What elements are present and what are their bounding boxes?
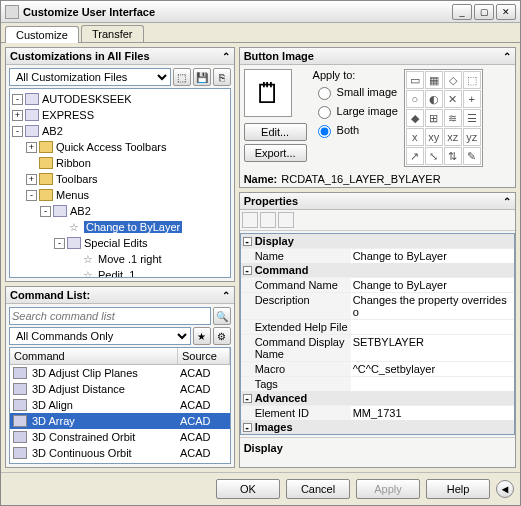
radio-both[interactable]: Both [313, 122, 398, 138]
save-icon[interactable]: 💾 [193, 68, 211, 86]
collapse-icon[interactable]: ⌃ [222, 290, 230, 301]
customizations-header[interactable]: Customizations in All Files ⌃ [6, 48, 234, 65]
icon-palette[interactable]: ▭▦◇⬚○◐✕+◆⊞≋☰xxyxzyz↗⤡⇅✎ [404, 69, 483, 167]
command-row[interactable]: 3D AlignACAD [10, 397, 230, 413]
titlebar[interactable]: Customize User Interface _ ▢ ✕ [1, 1, 520, 23]
edit-button[interactable]: Edit... [244, 123, 307, 141]
search-input[interactable] [9, 307, 211, 325]
properties-header[interactable]: Properties ⌃ [240, 193, 515, 210]
tree-item[interactable]: -Special Edits [12, 235, 228, 251]
prop-row[interactable]: Tags [241, 376, 514, 391]
command-row[interactable]: 3D Constrained OrbitACAD [10, 429, 230, 445]
tree-item[interactable]: ☆Change to ByLayer [12, 219, 228, 235]
app-icon [5, 5, 19, 19]
alphabetical-icon[interactable] [260, 212, 276, 228]
new-command-icon[interactable]: ★ [193, 327, 211, 345]
tree-item[interactable]: -Menus [12, 187, 228, 203]
palette-icon[interactable]: ✎ [463, 147, 481, 165]
palette-icon[interactable]: ○ [406, 90, 424, 108]
prop-category[interactable]: -Advanced [241, 391, 514, 405]
palette-icon[interactable]: ↗ [406, 147, 424, 165]
tree-item[interactable]: +Quick Access Toolbars [12, 139, 228, 155]
palette-icon[interactable]: xz [444, 128, 462, 146]
tree-item[interactable]: ☆Move .1 right [12, 251, 228, 267]
help-button[interactable]: Help [426, 479, 490, 499]
command-filter-select[interactable]: All Commands Only [9, 327, 191, 345]
back-button[interactable]: ◄ [496, 480, 514, 498]
palette-icon[interactable]: x [406, 128, 424, 146]
find-icon[interactable]: ⚙ [213, 327, 231, 345]
palette-icon[interactable]: ▭ [406, 71, 424, 89]
command-row[interactable]: 3D Continuous OrbitACAD [10, 445, 230, 461]
prop-row[interactable]: Extended Help File [241, 319, 514, 334]
prop-category[interactable]: -Images [241, 420, 514, 434]
customization-filter-select[interactable]: All Customization Files [9, 68, 171, 86]
palette-icon[interactable]: ◐ [425, 90, 443, 108]
tree-item[interactable]: Ribbon [12, 155, 228, 171]
command-row[interactable]: 3D Adjust Clip PlanesACAD [10, 365, 230, 381]
prop-category[interactable]: -Display [241, 234, 514, 248]
radio-small[interactable]: Small image [313, 84, 398, 100]
command-row[interactable]: 3D FlyACAD [10, 461, 230, 464]
palette-icon[interactable]: ⇅ [444, 147, 462, 165]
customizations-tree[interactable]: -AUTODESKSEEK+EXPRESS-AB2+Quick Access T… [9, 88, 231, 278]
prop-row[interactable]: Command NameChange to ByLayer [241, 277, 514, 292]
palette-icon[interactable]: ◇ [444, 71, 462, 89]
tree-item[interactable]: +EXPRESS [12, 107, 228, 123]
collapse-icon[interactable]: ⌃ [222, 51, 230, 62]
apply-to-label: Apply to: [313, 69, 398, 81]
close-button[interactable]: ✕ [496, 4, 516, 20]
maximize-button[interactable]: ▢ [474, 4, 494, 20]
palette-icon[interactable]: xy [425, 128, 443, 146]
prop-row[interactable]: Command Display NameSETBYLAYER [241, 334, 514, 361]
properties-title: Properties [244, 195, 298, 207]
search-icon[interactable]: 🔍 [213, 307, 231, 325]
palette-icon[interactable]: ◆ [406, 109, 424, 127]
collapse-icon[interactable]: ⌃ [503, 51, 511, 62]
prop-row[interactable]: Small imageRCDATA_16_LAYER_BYLAYER [241, 434, 514, 435]
command-grid[interactable]: Command Source 3D Adjust Clip PlanesACAD… [9, 347, 231, 464]
properties-grid[interactable]: -DisplayNameChange to ByLayer-CommandCom… [240, 233, 515, 435]
palette-icon[interactable]: ⤡ [425, 147, 443, 165]
tab-transfer[interactable]: Transfer [81, 25, 144, 42]
command-list-header[interactable]: Command List: ⌃ [6, 287, 234, 304]
load-icon[interactable]: ⬚ [173, 68, 191, 86]
prop-row[interactable]: NameChange to ByLayer [241, 248, 514, 263]
dialog-footer: OK Cancel Apply Help ◄ [1, 472, 520, 505]
tree-item[interactable]: -AB2 [12, 123, 228, 139]
tree-item[interactable]: +Toolbars [12, 171, 228, 187]
tree-item[interactable]: -AUTODESKSEEK [12, 91, 228, 107]
save-all-icon[interactable]: ⎘ [213, 68, 231, 86]
palette-icon[interactable]: ⊞ [425, 109, 443, 127]
palette-icon[interactable]: yz [463, 128, 481, 146]
palette-icon[interactable]: ▦ [425, 71, 443, 89]
palette-icon[interactable]: ≋ [444, 109, 462, 127]
palette-icon[interactable]: ☰ [463, 109, 481, 127]
reset-icon[interactable] [278, 212, 294, 228]
prop-row[interactable]: Element IDMM_1731 [241, 405, 514, 420]
command-row[interactable]: 3D Adjust DistanceACAD [10, 381, 230, 397]
dialog-body: Customizations in All Files ⌃ All Custom… [1, 43, 520, 472]
name-value: RCDATA_16_LAYER_BYLAYER [281, 173, 440, 185]
palette-icon[interactable]: ⬚ [463, 71, 481, 89]
prop-category[interactable]: -Command [241, 263, 514, 277]
minimize-button[interactable]: _ [452, 4, 472, 20]
export-button[interactable]: Export... [244, 144, 307, 162]
tree-item[interactable]: ☆Pedit .1 [12, 267, 228, 278]
collapse-icon[interactable]: ⌃ [503, 196, 511, 207]
command-row[interactable]: 3D ArrayACAD [10, 413, 230, 429]
col-command[interactable]: Command [10, 348, 178, 364]
prop-row[interactable]: Macro^C^C_setbylayer [241, 361, 514, 376]
tree-item[interactable]: -AB2 [12, 203, 228, 219]
ok-button[interactable]: OK [216, 479, 280, 499]
categorized-icon[interactable] [242, 212, 258, 228]
apply-button[interactable]: Apply [356, 479, 420, 499]
tab-customize[interactable]: Customize [5, 26, 79, 43]
prop-row[interactable]: DescriptionChanges the property override… [241, 292, 514, 319]
radio-large[interactable]: Large image [313, 103, 398, 119]
button-image-header[interactable]: Button Image ⌃ [240, 48, 515, 65]
cancel-button[interactable]: Cancel [286, 479, 350, 499]
palette-icon[interactable]: + [463, 90, 481, 108]
palette-icon[interactable]: ✕ [444, 90, 462, 108]
col-source[interactable]: Source [178, 348, 230, 364]
